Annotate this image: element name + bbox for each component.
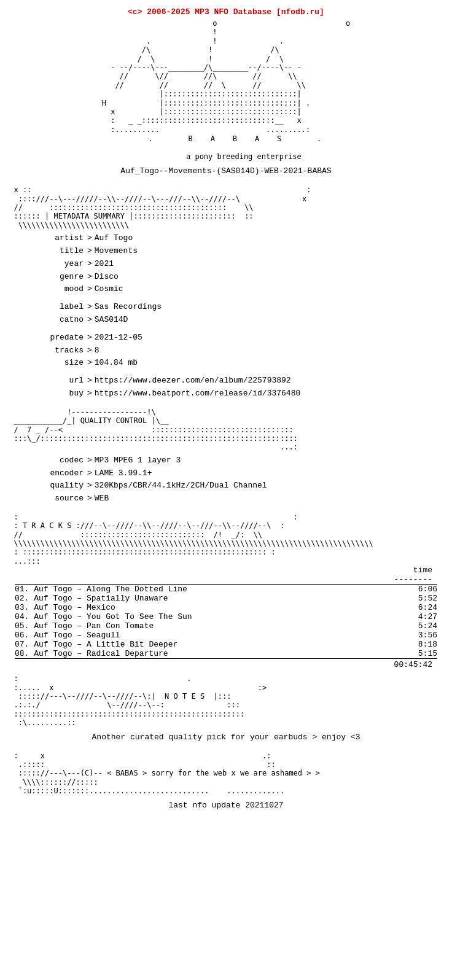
mood-value: Cosmic	[95, 283, 123, 296]
year-label: year	[36, 258, 85, 271]
metadata-banner-art: x :: : ::::///--\---/////--\\--////--\--…	[5, 185, 447, 230]
track-time: 6:06	[418, 585, 437, 594]
tracks-divider: --------	[15, 575, 437, 585]
time-header-label: time	[413, 566, 432, 575]
track-info: 05. Auf Togo – Pan Con Tomate	[15, 621, 154, 631]
notes-banner-art: : . :..... x :> ::::://---\--////--\--//…	[5, 674, 447, 727]
genre-value: Disco	[95, 271, 119, 284]
artist-value: Auf Togo	[95, 232, 133, 245]
year-value: 2021	[95, 258, 114, 271]
tracks-section: time -------- 01. Auf Togo – Along The D…	[5, 566, 447, 669]
track-time: 6:24	[418, 603, 437, 612]
table-row: 02. Auf Togo – Spatially Unaware 5:52	[15, 594, 437, 603]
page-container: <c> 2006-2025 MP3 NFO Database [nfodb.ru…	[0, 5, 452, 812]
encoder-value: LAME 3.99.1+	[95, 467, 152, 480]
metadata-genre: genre > Disco	[36, 271, 416, 284]
total-time: 00:45:42	[394, 660, 432, 669]
source-label: source	[36, 492, 85, 505]
metadata-url: url > https://www.deezer.com/en/album/22…	[36, 375, 416, 387]
table-row: 05. Auf Togo – Pan Con Tomate 5:24	[15, 621, 437, 631]
mood-label: mood	[36, 283, 85, 296]
track-info: 01. Auf Togo – Along The Dotted Line	[15, 585, 187, 594]
metadata-buy: buy > https://www.beatport.com/release/i…	[36, 387, 416, 400]
track-info: 04. Auf Togo – You Got To See The Sun	[15, 612, 192, 621]
url-label: url	[36, 375, 85, 387]
table-row: 08. Auf Togo – Radical Departure 5:15	[15, 649, 437, 658]
title-label: title	[36, 245, 85, 258]
predate-value: 2021-12-05	[95, 332, 142, 344]
label-value: Sas Recordings	[95, 301, 162, 314]
track-info: 08. Auf Togo – Radical Departure	[15, 649, 168, 658]
track-info: 07. Auf Togo – A Little Bit Deeper	[15, 640, 177, 649]
metadata-year: year > 2021	[36, 258, 416, 271]
table-row: 06. Auf Togo – Seagull 3:56	[15, 631, 437, 640]
title-value: Movements	[95, 245, 138, 258]
track-time: 8:18	[418, 640, 437, 649]
table-row: 04. Auf Togo – You Got To See The Sun 4:…	[15, 612, 437, 621]
tracks-time-header: time	[15, 566, 437, 575]
quality-block: codec > MP3 MPEG 1 layer 3 encoder > LAM…	[5, 452, 447, 508]
logo-ascii-art: o o ! . ! . /\ ! /\ / \ ! / \ - --/----\…	[5, 19, 447, 134]
codec-value: MP3 MPEG 1 layer 3	[95, 454, 181, 467]
tracks-total: 00:45:42	[15, 658, 437, 669]
footer-block: last nfo update 20211027	[5, 801, 447, 810]
artist-label: artist	[36, 232, 85, 245]
catno-label: catno	[36, 314, 85, 327]
source-value: WEB	[95, 492, 109, 505]
quality-encoder: encoder > LAME 3.99.1+	[36, 467, 416, 480]
buy-value: https://www.beatport.com/release/id/3376…	[95, 387, 300, 400]
track-time: 5:24	[418, 621, 437, 631]
genre-label: genre	[36, 271, 85, 284]
predate-label: predate	[36, 332, 85, 344]
metadata-label: label > Sas Recordings	[36, 301, 416, 314]
table-row: 01. Auf Togo – Along The Dotted Line 6:0…	[15, 585, 437, 594]
size-label: size	[36, 357, 85, 370]
copyright-header: <c> 2006-2025 MP3 NFO Database [nfodb.ru…	[5, 7, 447, 17]
codec-label: codec	[36, 454, 85, 467]
catno-value: SAS014D	[95, 314, 128, 327]
track-info: 02. Auf Togo – Spatially Unaware	[15, 594, 168, 603]
url-value: https://www.deezer.com/en/album/22579389…	[95, 375, 291, 387]
notes-text: Another curated quality pick for your ea…	[92, 733, 360, 742]
table-row: 07. Auf Togo – A Little Bit Deeper 8:18	[15, 640, 437, 649]
quality-value: 320Kbps/CBR/44.1kHz/2CH/Dual Channel	[95, 480, 267, 492]
size-value: 104.84 mb	[95, 357, 138, 370]
quality-source: source > WEB	[36, 492, 416, 505]
buy-label: buy	[36, 387, 85, 400]
encoder-label: encoder	[36, 467, 85, 480]
notes-block: Another curated quality pick for your ea…	[5, 728, 447, 747]
track-time: 5:52	[418, 594, 437, 603]
track-info: 06. Auf Togo – Seagull	[15, 631, 120, 640]
quality-label: quality	[36, 480, 85, 492]
track-time: 3:56	[418, 631, 437, 640]
metadata-block: artist > Auf Togo title > Movements year…	[5, 230, 447, 403]
table-row: 03. Auf Togo – Mexico 6:24	[15, 603, 437, 612]
tracks-label: tracks	[36, 344, 85, 357]
divider-text: --------	[394, 575, 432, 584]
label-label: label	[36, 301, 85, 314]
babas-banner: . B A B A S . a pony breeding enterprise	[5, 134, 447, 161]
footer-ascii-art: : x .: .::::: :: ::::://---\---(C)-- < B…	[5, 752, 447, 796]
quality-banner-art: !-----------------!\ ___________/_| QUAL…	[5, 408, 447, 452]
track-info: 03. Auf Togo – Mexico	[15, 603, 115, 612]
last-update-text: last nfo update 20211027	[168, 801, 283, 810]
metadata-mood: mood > Cosmic	[36, 283, 416, 296]
track-time: 5:15	[418, 649, 437, 658]
metadata-catno: catno > SAS014D	[36, 314, 416, 327]
quality-quality: quality > 320Kbps/CBR/44.1kHz/2CH/Dual C…	[36, 480, 416, 492]
track-time: 4:27	[418, 612, 437, 621]
tracks-banner-art: : : : T R A C K S :///--\--////--\\--///…	[5, 513, 447, 566]
metadata-tracks: tracks > 8	[36, 344, 416, 357]
metadata-title: title > Movements	[36, 245, 416, 258]
release-name: Auf_Togo--Movements-(SAS014D)-WEB-2021-B…	[5, 166, 447, 176]
metadata-predate: predate > 2021-12-05	[36, 332, 416, 344]
quality-codec: codec > MP3 MPEG 1 layer 3	[36, 454, 416, 467]
metadata-artist: artist > Auf Togo	[36, 232, 416, 245]
metadata-size: size > 104.84 mb	[36, 357, 416, 370]
tracks-value: 8	[95, 344, 99, 357]
